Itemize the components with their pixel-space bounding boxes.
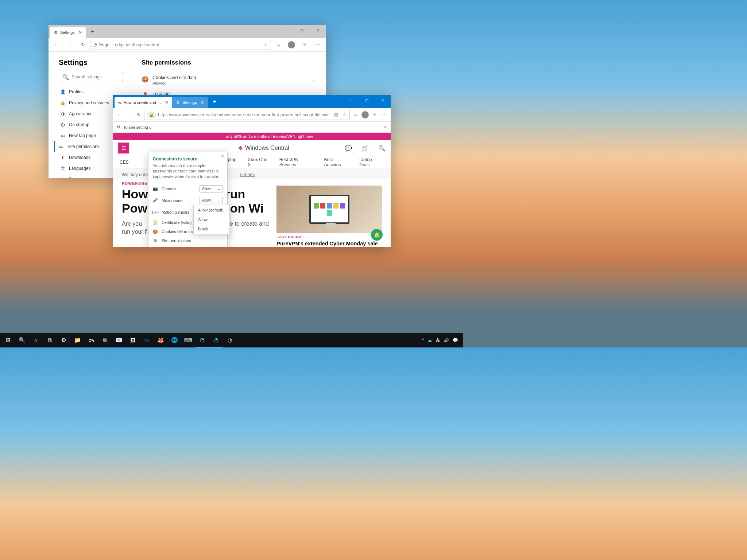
search-button[interactable]: 🔍 xyxy=(15,333,28,347)
address-chip: Edge xyxy=(99,42,109,47)
perm-label: Camera xyxy=(162,187,176,191)
address-bar[interactable]: 🔒 https://www.windowscentral.com/how-cre… xyxy=(144,110,350,120)
search-icon: 🔍 xyxy=(62,74,69,81)
dropdown-option[interactable]: Allow xyxy=(194,215,229,224)
titlebar: ⚙ Settings ✕ ＋ — ▢ ✕ xyxy=(49,25,326,38)
more-button[interactable]: ⋯ xyxy=(380,109,388,121)
nav-label: Profiles xyxy=(69,89,84,94)
nav-label: Downloads xyxy=(69,155,90,160)
action-center-icon[interactable]: 💬 xyxy=(453,338,458,343)
tab-article[interactable]: w How to create and run PowerShe... ✕ xyxy=(115,97,172,108)
dropdown-option[interactable]: Allow (default) xyxy=(194,205,229,215)
nav-link[interactable]: Xbox One X xyxy=(248,157,271,167)
extensions-button[interactable]: ✧ xyxy=(371,109,379,121)
address-bar[interactable]: ◔ Edge | edge://settings/content ☆ xyxy=(90,40,271,50)
nav-label: On startup xyxy=(69,122,89,127)
task-view-button[interactable]: ⧉ xyxy=(43,333,56,347)
store-taskbar[interactable]: 🛍 xyxy=(85,333,98,347)
favorites-button[interactable]: ✩ xyxy=(351,109,359,121)
profile-avatar[interactable] xyxy=(361,109,369,121)
menu-button[interactable]: ☰ xyxy=(118,143,129,153)
extensions-button[interactable]: ✧ xyxy=(299,39,310,51)
refresh-button[interactable]: ↻ xyxy=(77,39,89,51)
article-sidebar: LAST CHANCE PureVPN's extended Cyber Mon… xyxy=(276,186,382,247)
perm-cookies[interactable]: 🍪 Cookies and site dataAllowed › xyxy=(142,72,315,88)
site-permissions-row[interactable]: ⚙ Site permissions xyxy=(148,236,227,245)
promo-bar[interactable]: arly 50% on 15 months of ExpressVPN righ… xyxy=(113,133,391,140)
back-button[interactable]: ← xyxy=(115,109,123,121)
info-bar: ⚙ To see setting u ✕ xyxy=(113,122,391,133)
cookie-icon: 🍪 xyxy=(142,76,147,83)
perm-microphone: 🎤 Microphone Allow⌄ xyxy=(148,195,227,206)
camera-select[interactable]: Allow⌄ xyxy=(200,185,223,192)
close-button[interactable]: ✕ xyxy=(310,25,326,36)
nav-link[interactable]: Laptop Deals xyxy=(359,157,384,167)
cortana-button[interactable]: ○ xyxy=(29,333,42,347)
nav-link[interactable]: CES xyxy=(120,160,129,165)
mail-taskbar[interactable]: ✉ xyxy=(98,333,112,347)
close-button[interactable]: ✕ xyxy=(375,95,391,106)
chrome-taskbar[interactable]: 🌐 xyxy=(168,333,181,347)
network-icon[interactable]: 🖧 xyxy=(436,338,440,343)
close-icon[interactable]: ✕ xyxy=(384,125,387,129)
maximize-button[interactable]: ▢ xyxy=(359,95,375,106)
settings-taskbar[interactable]: ⚙ xyxy=(57,333,70,347)
system-tray[interactable]: ^ ☁ 🖧 🔊 💬 xyxy=(422,338,462,343)
close-icon[interactable]: ✕ xyxy=(201,100,204,105)
nav-link[interactable]: Best Antivirus xyxy=(324,157,351,167)
perm-label: Motion Sensors xyxy=(162,210,189,214)
nav-label: Site permissions xyxy=(67,144,100,149)
back-button[interactable]: ← xyxy=(51,39,62,51)
cart-icon[interactable]: 🛒 xyxy=(361,145,369,152)
appearance-icon: ◑ xyxy=(60,111,65,116)
profile-avatar[interactable] xyxy=(286,39,297,51)
photos-taskbar[interactable]: 🖼 xyxy=(126,333,139,347)
volume-icon[interactable]: 🔊 xyxy=(444,338,449,343)
tab-settings[interactable]: ⚙ Settings ✕ xyxy=(50,27,86,38)
minimize-button[interactable]: — xyxy=(342,95,359,106)
minimize-button[interactable]: — xyxy=(278,25,294,36)
more-button[interactable]: ⋯ xyxy=(312,39,324,51)
chevron-down-icon: ⌄ xyxy=(217,198,220,202)
favorite-star-icon[interactable]: ☆ xyxy=(342,112,347,117)
terminal-taskbar[interactable]: ⌨ xyxy=(182,333,195,347)
close-icon[interactable]: ✕ xyxy=(78,30,82,35)
edge-taskbar[interactable]: ◔ xyxy=(196,333,209,347)
site-brand[interactable]: ❖ Windows Central xyxy=(238,145,289,152)
search-input[interactable] xyxy=(71,74,126,79)
edge-beta-taskbar[interactable]: ◔ xyxy=(209,333,222,347)
nav-link[interactable]: Best VPN Services xyxy=(279,157,316,167)
chevron-right-icon: › xyxy=(313,78,315,83)
lock-icon[interactable]: 🔒 xyxy=(147,112,156,118)
close-icon[interactable]: ✕ xyxy=(165,100,169,105)
new-tab-button[interactable]: ＋ xyxy=(208,98,221,105)
tab-settings[interactable]: ⚙ Settings ✕ xyxy=(172,97,208,108)
perm-sub: Allowed xyxy=(152,81,196,85)
search-settings[interactable]: 🔍 xyxy=(59,72,123,82)
promo-link[interactable]: arly 50% on 15 months of ExpressVPN righ… xyxy=(226,134,313,139)
start-button[interactable]: ⊞ xyxy=(1,333,15,347)
notification-fab[interactable]: 🔔 xyxy=(371,229,383,241)
new-tab-button[interactable]: ＋ xyxy=(86,28,99,35)
explorer-taskbar[interactable]: 📁 xyxy=(71,333,84,347)
maximize-button[interactable]: ▢ xyxy=(294,25,310,36)
refresh-button[interactable]: ↻ xyxy=(135,109,143,121)
onedrive-icon[interactable]: ☁ xyxy=(427,338,432,343)
sidebar-title[interactable]: PureVPN's extended Cyber Monday sale net… xyxy=(276,240,382,247)
chat-icon[interactable]: 💬 xyxy=(345,145,352,152)
learn-more-link[interactable]: n more. xyxy=(240,172,255,177)
favorite-star-icon[interactable]: ☆ xyxy=(264,42,268,47)
tray-chevron-icon[interactable]: ^ xyxy=(422,338,424,343)
search-icon[interactable]: 🔍 xyxy=(378,145,386,152)
word-taskbar[interactable]: W xyxy=(140,333,153,347)
close-icon[interactable]: ✕ xyxy=(221,153,224,159)
edge-canary-taskbar[interactable]: ◔ xyxy=(223,333,236,347)
dropdown-option[interactable]: Block xyxy=(194,224,229,234)
firefox-taskbar[interactable]: 🦊 xyxy=(154,333,167,347)
perm-label: Site permissions xyxy=(162,238,191,243)
microphone-select[interactable]: Allow⌄ xyxy=(200,197,223,204)
reader-icon[interactable]: ▤ xyxy=(334,112,338,117)
sidebar-image[interactable] xyxy=(276,186,382,233)
outlook-taskbar[interactable]: 📧 xyxy=(112,333,125,347)
favorites-button[interactable]: ✩ xyxy=(272,39,284,51)
